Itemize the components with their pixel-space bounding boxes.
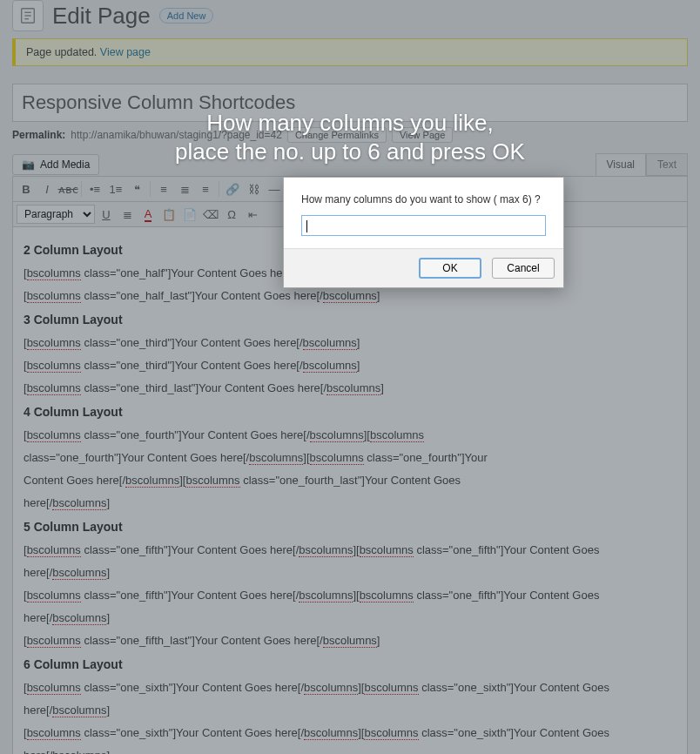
dialog-prompt: How many columns do you want to show ( m… [301, 193, 546, 205]
ok-button[interactable]: OK [419, 258, 481, 279]
columns-input[interactable] [301, 215, 546, 236]
columns-prompt-dialog: How many columns do you want to show ( m… [283, 177, 564, 288]
instruction-callout: How many columns you like, place the no.… [0, 109, 700, 165]
callout-line2: place the no. up to 6 and press OK [0, 138, 700, 166]
callout-line1: How many columns you like, [0, 109, 700, 138]
cancel-button[interactable]: Cancel [492, 258, 555, 279]
